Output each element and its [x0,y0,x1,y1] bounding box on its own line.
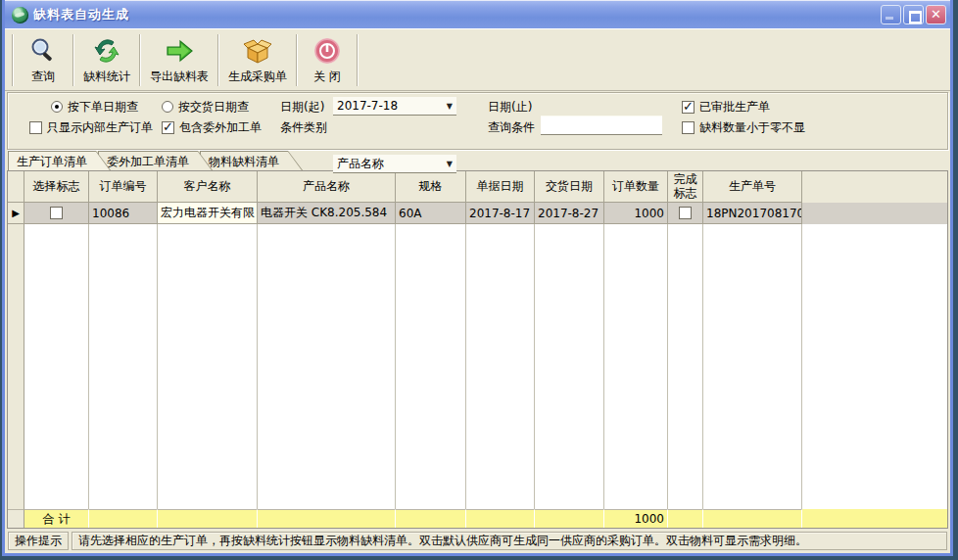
toolbar-separator [296,34,298,86]
empty-column-check [24,224,89,509]
checkbox-include-outsourcing[interactable]: 包含委外加工单 [162,119,262,135]
tab-outsourcing-orders[interactable]: 委外加工单清单 [98,151,213,170]
cell-customer: 宏力电器开关有限 [158,203,258,224]
cell-order_no: 10086 [89,203,158,224]
radio-by-delivery-date[interactable]: 按交货日期查 [162,99,249,115]
status-bar: 操作提示 请先选择相应的生产订单，再按缺料统计按钮显示物料缺料清单。双击默认供应… [5,529,950,553]
total-cell-check: 合 计 [24,509,89,528]
total-cell-qty: 1000 [604,509,668,528]
query-button[interactable]: 查询 [15,32,72,88]
close-window-button[interactable]: 关 闭 [299,32,356,88]
toolbar-separator [217,34,219,86]
done-flag-checkbox[interactable] [679,207,692,219]
empty-column-product [258,224,396,509]
grid-header-row: 选择标志订单编号客户名称产品名称规格单据日期交货日期订单数量完成标志生产单号 [8,171,947,203]
shortage-stats-button-label: 缺料统计 [83,69,130,85]
grid-empty-area [8,224,947,509]
column-header-spec[interactable]: 规格 [396,171,466,203]
condition-type-label: 条件类别 [280,119,327,135]
date-to-label: 日期(止) [488,99,532,115]
column-header-customer[interactable]: 客户名称 [158,171,258,203]
grid-filler [802,224,947,509]
column-header-done[interactable]: 完成标志 [668,171,703,203]
toolbar: 查询 缺料统计 导出缺料表 [5,28,950,91]
empty-column-customer [158,224,258,509]
total-filler [802,509,947,528]
export-shortage-button[interactable]: 导出缺料表 [142,32,216,88]
column-header-delivery_date[interactable]: 交货日期 [535,171,604,203]
select-flag-checkbox[interactable] [50,207,63,219]
query-condition-label: 查询条件 [488,119,535,135]
toolbar-separator [139,34,141,86]
power-close-icon [312,36,342,66]
maximize-button[interactable] [903,5,924,24]
row-indicator-cell: ▶ [8,203,24,224]
row-filler [802,203,947,224]
filter-panel: 按下单日期查 按交货日期查 日期(起) 2017-7-18 ▼ 日期(止) 20… [7,92,948,150]
app-globe-icon [12,7,28,23]
column-header-prod_no[interactable]: 生产单号 [703,171,802,203]
total-cell-prod_no [703,509,802,528]
radio-icon [51,101,63,113]
toolbar-separator [72,34,74,86]
column-header-check[interactable]: 选择标志 [24,171,89,203]
titlebar: 缺料表自动生成 [5,0,950,28]
table-row[interactable]: ▶10086宏力电器开关有限电器开关 CK8.205.58460A2017-8-… [8,203,947,224]
checkbox-hide-negative-label: 缺料数量小于零不显 [699,119,805,136]
radio-icon [162,101,173,113]
app-window: 缺料表自动生成 查询 缺料统计 [2,0,953,556]
cell-spec: 60A [396,203,466,224]
empty-column-done [668,224,703,509]
total-cell-spec [396,509,466,528]
column-header-order_no[interactable]: 订单编号 [89,171,158,203]
tab-outsourcing-orders-label: 委外加工单清单 [98,151,213,170]
minimize-button[interactable] [881,5,901,24]
toolbar-separator [12,34,14,86]
cell-delivery_date: 2017-8-27 [535,203,604,224]
shortage-stats-button[interactable]: 缺料统计 [75,32,138,88]
checkbox-internal-only[interactable]: 只显示内部生产订单 [29,119,153,135]
tab-production-orders[interactable]: 生产订单清单 [8,151,111,170]
tab-production-orders-label: 生产订单清单 [8,151,111,170]
generate-purchase-button[interactable]: 生成采购单 [220,32,295,88]
tab-strip: 生产订单清单 委外加工单清单 物料缺料清单 [5,150,950,170]
column-header-qty[interactable]: 订单数量 [604,171,668,203]
empty-column-order_no [89,224,158,509]
window-title: 缺料表自动生成 [33,6,881,23]
cell-done[interactable] [668,203,703,224]
purchase-box-icon [243,36,272,66]
total-cell-doc_date [466,509,535,528]
shortage-stats-icon [92,36,121,66]
close-button[interactable] [926,5,946,24]
checkbox-hide-negative[interactable]: 缺料数量小于零不显 [682,119,805,135]
export-arrow-icon [165,36,194,66]
total-cell-delivery_date [535,509,604,528]
total-selector-cell [8,509,24,528]
radio-by-order-date[interactable]: 按下单日期查 [51,99,138,115]
status-message: 请先选择相应的生产订单，再按缺料统计按钮显示物料缺料清单。双击默认供应商可生成同… [72,532,947,550]
column-header-product[interactable]: 产品名称 [258,171,396,203]
cell-prod_no: 18PN20170817001 [703,203,802,224]
empty-column-qty [604,224,668,509]
generate-purchase-button-label: 生成采购单 [228,69,287,85]
date-from-label: 日期(起) [280,99,324,115]
column-header-doc_date[interactable]: 单据日期 [466,171,535,203]
search-icon [28,36,58,66]
cell-check[interactable] [24,203,89,224]
grid-total-row: 合 计1000 [8,509,947,528]
tab-material-shortage[interactable]: 物料缺料清单 [200,151,303,170]
radio-by-order-date-label: 按下单日期查 [68,99,138,116]
checkbox-approved-orders[interactable]: 已审批生产单 [682,99,770,115]
grid-corner-cell [8,171,24,203]
total-cell-order_no [89,509,158,528]
cell-doc_date: 2017-8-17 [466,203,535,224]
cell-qty: 1000 [604,203,668,224]
current-row-arrow-icon: ▶ [12,209,20,218]
cell-product: 电器开关 CK8.205.584 [258,203,396,224]
total-cell-done [668,509,703,528]
query-condition-input[interactable] [541,117,662,135]
status-label: 操作提示 [8,532,69,550]
checkbox-approved-orders-label: 已审批生产单 [699,99,770,116]
date-from-combobox[interactable]: 2017-7-18 ▼ [333,97,456,116]
selector-column-filler [8,224,24,509]
